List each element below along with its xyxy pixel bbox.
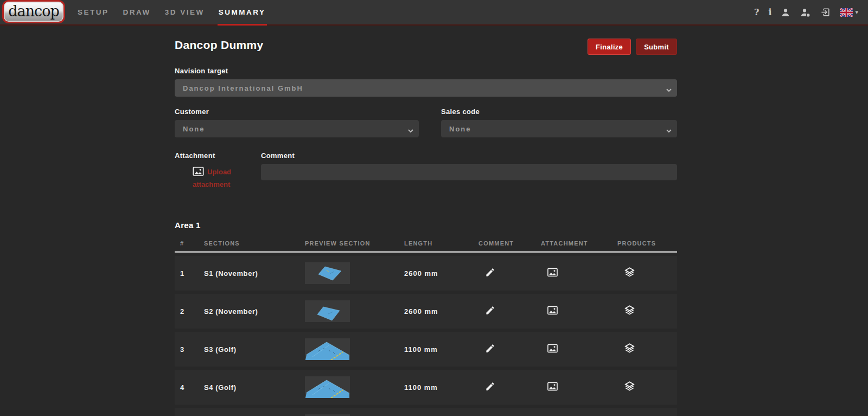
finalize-button[interactable]: Finalize — [588, 39, 631, 55]
section-length: 1100 mm — [404, 345, 478, 354]
column-header-preview-section: PREVIEW SECTION — [305, 240, 404, 247]
table-row: 1S1 (November)2600 mm — [175, 256, 677, 291]
section-length: 1100 mm — [404, 383, 478, 392]
nav-tab-draw[interactable]: DRAW — [123, 0, 151, 24]
row-number: 3 — [175, 345, 204, 354]
table-row: 2S2 (November)2600 mm — [175, 294, 677, 329]
caret-down-icon: ▾ — [855, 9, 858, 16]
navision-target-label: Navision target — [175, 67, 677, 75]
attachment-label: Attachment — [175, 152, 261, 160]
chevron-down-icon — [666, 85, 672, 95]
upload-attachment-link[interactable]: Upload attachment — [193, 167, 234, 190]
navbar: dancop SETUPDRAW3D VIEWSUMMARY ?i▾ — [0, 0, 868, 26]
section-name: S2 (November) — [204, 307, 305, 316]
submit-button[interactable]: Submit — [636, 39, 677, 55]
language-selector-uk-flag[interactable]: ▾ — [840, 8, 858, 17]
table-header-row: #SECTIONSPREVIEW SECTIONLENGTHCOMMENTATT… — [175, 240, 677, 253]
edit-comment-button[interactable] — [485, 343, 495, 354]
edit-comment-button[interactable] — [485, 267, 495, 278]
column-header-length: LENGTH — [404, 240, 478, 247]
table-row: 3S3 (Golf)1100 mm — [175, 332, 677, 367]
image-icon — [193, 167, 204, 179]
section-length: 2600 mm — [404, 269, 478, 278]
products-button[interactable] — [624, 381, 635, 392]
main-content: Dancop Dummy Finalize Submit Navision ta… — [175, 26, 677, 416]
user-icon[interactable] — [781, 8, 790, 17]
attachment-button[interactable] — [547, 382, 558, 391]
info-icon[interactable]: i — [768, 8, 771, 17]
app-logo-text: dancop — [8, 4, 59, 20]
chevron-down-icon — [666, 126, 672, 136]
customer-label: Customer — [175, 108, 419, 116]
section-name: S3 (Golf) — [204, 345, 305, 354]
products-button[interactable] — [624, 267, 635, 278]
section-preview-thumbnail — [305, 262, 350, 284]
row-number: 4 — [175, 383, 204, 392]
app-logo[interactable]: dancop — [2, 0, 65, 23]
column-header-num: # — [175, 240, 204, 247]
attachment-button[interactable] — [547, 268, 558, 277]
edit-comment-button[interactable] — [485, 305, 495, 316]
attachment-button[interactable] — [547, 344, 558, 353]
comment-label: Comment — [261, 152, 677, 160]
edit-comment-button[interactable] — [485, 381, 495, 392]
main-navigation: SETUPDRAW3D VIEWSUMMARY — [78, 0, 266, 24]
products-button[interactable] — [624, 343, 635, 354]
nav-tab-3d-view[interactable]: 3D VIEW — [165, 0, 205, 24]
row-number: 2 — [175, 307, 204, 316]
table-row: 5S5 (Golf)1100 mm — [175, 408, 677, 416]
user-edit-icon[interactable] — [800, 8, 811, 17]
row-number: 1 — [175, 269, 204, 278]
navision-target-select[interactable]: Dancop International GmbH — [175, 79, 677, 97]
section-name: S4 (Golf) — [204, 383, 305, 392]
attachment-button[interactable] — [547, 306, 558, 315]
sales-code-select[interactable]: None — [441, 120, 677, 137]
nav-tab-summary[interactable]: SUMMARY — [219, 0, 266, 24]
column-header-products: PRODUCTS — [617, 240, 677, 247]
table-body: 1S1 (November)2600 mm2S2 (November)2600 … — [175, 256, 677, 416]
chevron-down-icon — [407, 126, 414, 136]
comment-input[interactable] — [261, 164, 677, 180]
page-title: Dancop Dummy — [175, 39, 263, 52]
logout-icon[interactable] — [820, 7, 831, 17]
column-header-sections: SECTIONS — [204, 240, 305, 247]
table-row: 4S4 (Golf)1100 mm — [175, 370, 677, 405]
navbar-icons: ?i▾ — [754, 0, 858, 24]
section-preview-thumbnail — [305, 300, 350, 322]
customer-select[interactable]: None — [175, 120, 419, 137]
area-section: Area 1 #SECTIONSPREVIEW SECTIONLENGTHCOM… — [175, 220, 677, 416]
section-preview-thumbnail — [305, 338, 350, 360]
section-name: S1 (November) — [204, 269, 305, 278]
section-length: 2600 mm — [404, 307, 478, 316]
column-header-comment: COMMENT — [478, 240, 541, 247]
column-header-attachment: ATTACHMENT — [541, 240, 617, 247]
navision-target-value: Dancop International GmbH — [183, 84, 303, 92]
products-button[interactable] — [624, 305, 635, 316]
help-icon[interactable]: ? — [754, 8, 759, 17]
section-preview-thumbnail — [305, 376, 350, 398]
customer-value: None — [183, 125, 205, 133]
area-title: Area 1 — [175, 220, 677, 230]
sales-code-value: None — [449, 125, 471, 133]
nav-tab-setup[interactable]: SETUP — [78, 0, 109, 24]
sales-code-label: Sales code — [441, 108, 677, 116]
